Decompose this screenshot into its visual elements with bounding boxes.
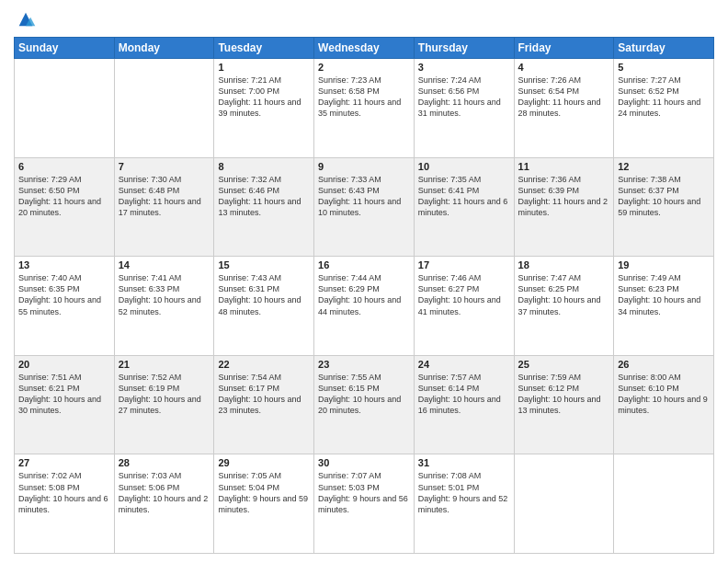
cell-content: Sunrise: 7:32 AM Sunset: 6:46 PM Dayligh… [218, 174, 310, 219]
calendar-cell: 20Sunrise: 7:51 AM Sunset: 6:21 PM Dayli… [15, 355, 115, 454]
calendar-cell: 22Sunrise: 7:54 AM Sunset: 6:17 PM Dayli… [214, 355, 314, 454]
day-number: 19 [618, 259, 710, 270]
header [14, 9, 714, 29]
cell-content: Sunrise: 7:49 AM Sunset: 6:23 PM Dayligh… [618, 272, 710, 317]
week-row-1: 1Sunrise: 7:21 AM Sunset: 7:00 PM Daylig… [15, 59, 714, 158]
calendar-cell [114, 59, 214, 158]
calendar-cell: 1Sunrise: 7:21 AM Sunset: 7:00 PM Daylig… [214, 59, 314, 158]
day-number: 8 [218, 161, 310, 172]
calendar-cell: 7Sunrise: 7:30 AM Sunset: 6:48 PM Daylig… [114, 157, 214, 257]
cell-content: Sunrise: 7:55 AM Sunset: 6:15 PM Dayligh… [318, 372, 410, 417]
cell-content: Sunrise: 7:30 AM Sunset: 6:48 PM Dayligh… [119, 174, 210, 219]
day-number: 3 [418, 62, 510, 73]
cell-content: Sunrise: 7:36 AM Sunset: 6:39 PM Dayligh… [518, 174, 610, 219]
calendar-cell: 30Sunrise: 7:07 AM Sunset: 5:03 PM Dayli… [314, 454, 415, 554]
day-number: 14 [119, 259, 210, 270]
calendar-cell: 8Sunrise: 7:32 AM Sunset: 6:46 PM Daylig… [214, 157, 314, 257]
day-number: 10 [418, 161, 510, 172]
day-number: 12 [618, 161, 710, 172]
cell-content: Sunrise: 7:57 AM Sunset: 6:14 PM Dayligh… [418, 372, 510, 417]
cell-content: Sunrise: 7:38 AM Sunset: 6:37 PM Dayligh… [618, 174, 710, 219]
cell-content: Sunrise: 7:02 AM Sunset: 5:08 PM Dayligh… [18, 470, 110, 515]
day-number: 1 [218, 62, 310, 73]
calendar-cell: 10Sunrise: 7:35 AM Sunset: 6:41 PM Dayli… [414, 157, 514, 257]
calendar-cell: 12Sunrise: 7:38 AM Sunset: 6:37 PM Dayli… [614, 157, 714, 257]
calendar-cell: 19Sunrise: 7:49 AM Sunset: 6:23 PM Dayli… [614, 257, 714, 356]
weekday-header-thursday: Thursday [414, 38, 514, 59]
cell-content: Sunrise: 7:47 AM Sunset: 6:25 PM Dayligh… [518, 272, 610, 317]
cell-content: Sunrise: 7:08 AM Sunset: 5:01 PM Dayligh… [418, 470, 510, 515]
calendar-cell: 6Sunrise: 7:29 AM Sunset: 6:50 PM Daylig… [15, 157, 115, 257]
week-row-4: 20Sunrise: 7:51 AM Sunset: 6:21 PM Dayli… [15, 355, 714, 454]
day-number: 2 [318, 62, 410, 73]
day-number: 17 [418, 259, 510, 270]
calendar-cell: 2Sunrise: 7:23 AM Sunset: 6:58 PM Daylig… [314, 59, 415, 158]
cell-content: Sunrise: 7:03 AM Sunset: 5:06 PM Dayligh… [119, 470, 210, 515]
cell-content: Sunrise: 7:40 AM Sunset: 6:35 PM Dayligh… [18, 272, 110, 317]
day-number: 27 [18, 457, 110, 468]
day-number: 11 [518, 161, 610, 172]
day-number: 16 [318, 259, 410, 270]
calendar-cell: 25Sunrise: 7:59 AM Sunset: 6:12 PM Dayli… [514, 355, 614, 454]
cell-content: Sunrise: 7:43 AM Sunset: 6:31 PM Dayligh… [218, 272, 310, 317]
calendar-cell [614, 454, 714, 554]
weekday-header-row: SundayMondayTuesdayWednesdayThursdayFrid… [15, 38, 714, 59]
calendar-cell: 29Sunrise: 7:05 AM Sunset: 5:04 PM Dayli… [214, 454, 314, 554]
calendar-cell [514, 454, 614, 554]
day-number: 28 [119, 457, 210, 468]
cell-content: Sunrise: 7:26 AM Sunset: 6:54 PM Dayligh… [518, 75, 610, 120]
calendar-cell: 28Sunrise: 7:03 AM Sunset: 5:06 PM Dayli… [114, 454, 214, 554]
calendar-cell: 13Sunrise: 7:40 AM Sunset: 6:35 PM Dayli… [15, 257, 115, 356]
cell-content: Sunrise: 8:00 AM Sunset: 6:10 PM Dayligh… [618, 372, 710, 417]
day-number: 9 [318, 161, 410, 172]
calendar-cell: 14Sunrise: 7:41 AM Sunset: 6:33 PM Dayli… [114, 257, 214, 356]
cell-content: Sunrise: 7:51 AM Sunset: 6:21 PM Dayligh… [18, 372, 110, 417]
calendar-cell: 23Sunrise: 7:55 AM Sunset: 6:15 PM Dayli… [314, 355, 415, 454]
weekday-header-monday: Monday [114, 38, 214, 59]
week-row-2: 6Sunrise: 7:29 AM Sunset: 6:50 PM Daylig… [15, 157, 714, 257]
calendar-cell: 26Sunrise: 8:00 AM Sunset: 6:10 PM Dayli… [614, 355, 714, 454]
calendar-cell: 15Sunrise: 7:43 AM Sunset: 6:31 PM Dayli… [214, 257, 314, 356]
calendar-table: SundayMondayTuesdayWednesdayThursdayFrid… [14, 37, 714, 554]
cell-content: Sunrise: 7:07 AM Sunset: 5:03 PM Dayligh… [318, 470, 410, 515]
week-row-3: 13Sunrise: 7:40 AM Sunset: 6:35 PM Dayli… [15, 257, 714, 356]
day-number: 20 [18, 359, 110, 370]
calendar-cell: 9Sunrise: 7:33 AM Sunset: 6:43 PM Daylig… [314, 157, 415, 257]
cell-content: Sunrise: 7:44 AM Sunset: 6:29 PM Dayligh… [318, 272, 410, 317]
cell-content: Sunrise: 7:59 AM Sunset: 6:12 PM Dayligh… [518, 372, 610, 417]
day-number: 25 [518, 359, 610, 370]
day-number: 6 [18, 161, 110, 172]
day-number: 26 [618, 359, 710, 370]
logo-icon [16, 9, 36, 29]
day-number: 15 [218, 259, 310, 270]
calendar-cell: 27Sunrise: 7:02 AM Sunset: 5:08 PM Dayli… [15, 454, 115, 554]
calendar-cell: 4Sunrise: 7:26 AM Sunset: 6:54 PM Daylig… [514, 59, 614, 158]
calendar-cell: 16Sunrise: 7:44 AM Sunset: 6:29 PM Dayli… [314, 257, 415, 356]
calendar-cell: 11Sunrise: 7:36 AM Sunset: 6:39 PM Dayli… [514, 157, 614, 257]
logo [14, 9, 36, 29]
weekday-header-saturday: Saturday [614, 38, 714, 59]
cell-content: Sunrise: 7:46 AM Sunset: 6:27 PM Dayligh… [418, 272, 510, 317]
calendar-cell: 18Sunrise: 7:47 AM Sunset: 6:25 PM Dayli… [514, 257, 614, 356]
cell-content: Sunrise: 7:27 AM Sunset: 6:52 PM Dayligh… [618, 75, 710, 120]
day-number: 30 [318, 457, 410, 468]
calendar-cell: 21Sunrise: 7:52 AM Sunset: 6:19 PM Dayli… [114, 355, 214, 454]
weekday-header-sunday: Sunday [15, 38, 115, 59]
weekday-header-wednesday: Wednesday [314, 38, 415, 59]
calendar-cell: 3Sunrise: 7:24 AM Sunset: 6:56 PM Daylig… [414, 59, 514, 158]
day-number: 18 [518, 259, 610, 270]
day-number: 24 [418, 359, 510, 370]
cell-content: Sunrise: 7:52 AM Sunset: 6:19 PM Dayligh… [119, 372, 210, 417]
cell-content: Sunrise: 7:29 AM Sunset: 6:50 PM Dayligh… [18, 174, 110, 219]
cell-content: Sunrise: 7:24 AM Sunset: 6:56 PM Dayligh… [418, 75, 510, 120]
calendar-cell: 31Sunrise: 7:08 AM Sunset: 5:01 PM Dayli… [414, 454, 514, 554]
day-number: 7 [119, 161, 210, 172]
calendar-cell [15, 59, 115, 158]
cell-content: Sunrise: 7:21 AM Sunset: 7:00 PM Dayligh… [218, 75, 310, 120]
week-row-5: 27Sunrise: 7:02 AM Sunset: 5:08 PM Dayli… [15, 454, 714, 554]
calendar-cell: 24Sunrise: 7:57 AM Sunset: 6:14 PM Dayli… [414, 355, 514, 454]
calendar-cell: 5Sunrise: 7:27 AM Sunset: 6:52 PM Daylig… [614, 59, 714, 158]
day-number: 13 [18, 259, 110, 270]
day-number: 4 [518, 62, 610, 73]
day-number: 21 [119, 359, 210, 370]
